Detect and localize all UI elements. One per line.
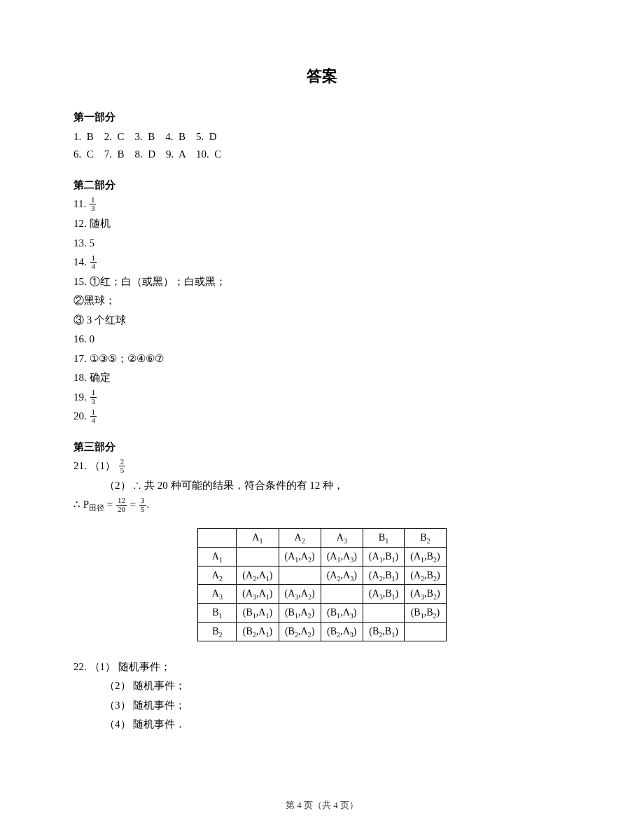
footer-prefix: 第 [286, 800, 297, 810]
part3-heading: 第三部分 [74, 438, 570, 457]
eq-prefix: ∴ P [74, 499, 89, 510]
fraction-icon: 1 3 [89, 196, 97, 213]
answer-19-num: 19. [74, 391, 90, 403]
combination-table: A1A2A3B1B2A1(A1,A2)(A1,A3)(A1,B1)(A1,B2)… [197, 528, 446, 641]
answer-14: 14. 1 4 [74, 253, 570, 272]
table-cell: (A3,B2) [405, 585, 446, 604]
table-cell: (A2,B2) [405, 566, 446, 585]
table-cell: (B1,A3) [321, 604, 363, 623]
table-header: B2 [405, 529, 446, 548]
table-cell: (B1,A1) [237, 604, 279, 623]
answer-15a: 15. ①红；白（或黑）；白或黑； [74, 273, 570, 291]
answer-15b: ②黑球； [74, 292, 570, 310]
table-cell [405, 623, 446, 641]
eq-subscript: 田径 [89, 503, 104, 512]
fraction-icon: 1220 [115, 496, 127, 513]
answer-14-num: 14. [74, 256, 90, 267]
table-cell [237, 547, 279, 566]
answer-11: 11. 1 3 [74, 195, 570, 214]
eq-mid2: = [127, 499, 139, 510]
table-cell [321, 585, 363, 604]
table-header [198, 529, 237, 548]
table-cell: (A2,B1) [363, 566, 404, 585]
table-header: A2 [279, 529, 321, 548]
eq-mid1: = [104, 499, 115, 510]
answer-18: 18. 确定 [74, 369, 570, 387]
answer-19: 19. 1 3 [74, 389, 570, 407]
table-cell: (A2,A1) [237, 566, 279, 585]
fraction-icon: 2 5 [118, 458, 127, 475]
table-cell: B2 [198, 623, 237, 641]
answer-16: 16. 0 [74, 331, 570, 349]
answer-21-1: 21. （1） 2 5 [74, 457, 570, 475]
page-footer: 第 4 页（共 4 页） [0, 798, 644, 813]
answer-22-4: （4） 随机事件． [104, 716, 570, 734]
part1-row1: 1. B 2. C 3. B 4. B 5. D [74, 128, 570, 146]
answer-17: 17. ①③⑤；②④⑥⑦ [74, 350, 570, 368]
table-row: B2(B2,A1)(B2,A2)(B2,A3)(B2,B1) [198, 623, 446, 641]
fraction-icon: 1 4 [90, 408, 98, 425]
table-cell: (A1,B2) [405, 547, 446, 566]
footer-suffix: 页） [338, 800, 358, 810]
table-row: B1(B1,A1)(B1,A2)(B1,A3)(B1,B2) [198, 604, 446, 623]
table-cell: A1 [198, 547, 237, 566]
table-header: A3 [321, 529, 363, 548]
footer-mid: 页（共 [302, 800, 334, 810]
table-cell: (B2,A3) [321, 623, 363, 641]
page-title: 答案 [74, 63, 570, 89]
part1-row2: 6. C 7. B 8. D 9. A 10. C [74, 146, 570, 164]
table-row: A2(A2,A1)(A2,A3)(A2,B1)(A2,B2) [198, 566, 446, 585]
answer-21-eq: ∴ P田径 = 1220 = 35. [74, 496, 570, 514]
answer-21-1-prefix: 21. （1） [74, 460, 118, 471]
table-cell [279, 566, 321, 585]
table-cell: (A1,B1) [363, 547, 404, 566]
table-cell: B1 [198, 604, 237, 623]
table-cell: (B2,B1) [363, 623, 404, 641]
answer-20-num: 20. [74, 410, 90, 422]
table-header: A1 [237, 529, 279, 548]
answer-20: 20. 1 4 [74, 408, 570, 426]
answer-12: 12. 随机 [74, 215, 570, 233]
answer-22-1: 22. （1） 随机事件； [74, 658, 570, 676]
answer-22-2: （2） 随机事件； [104, 677, 570, 695]
part1-heading: 第一部分 [74, 109, 570, 127]
table-cell: (B2,A2) [279, 623, 321, 641]
answer-21-2: （2） ∴ 共 20 种可能的结果，符合条件的有 12 种， [104, 477, 570, 495]
table-row: A3(A3,A1)(A3,A2)(A3,B1)(A3,B2) [198, 585, 446, 604]
answer-11-num: 11. [74, 198, 89, 209]
fraction-icon: 35 [139, 496, 147, 513]
table-cell: (A2,A3) [321, 566, 363, 585]
table-cell [363, 604, 404, 623]
answer-15c: ③ 3 个红球 [74, 312, 570, 330]
answer-13: 13. 5 [74, 235, 570, 253]
table-cell: (A3,A1) [237, 585, 279, 604]
fraction-icon: 1 3 [90, 389, 98, 405]
table-row: A1(A1,A2)(A1,A3)(A1,B1)(A1,B2) [198, 547, 446, 566]
table-header: B1 [363, 529, 404, 548]
table-cell: (A1,A2) [279, 547, 321, 566]
table-cell: (A3,A2) [279, 585, 321, 604]
answer-22-3: （3） 随机事件； [104, 697, 570, 715]
table-cell: (A3,B1) [363, 585, 404, 604]
table-cell: (B1,B2) [405, 604, 446, 623]
table-cell: (B1,A2) [279, 604, 321, 623]
part2-heading: 第二部分 [74, 176, 570, 195]
table-cell: A2 [198, 566, 237, 585]
table-cell: (A1,A3) [321, 547, 363, 566]
eq-end: . [147, 499, 150, 510]
table-cell: (B2,A1) [237, 623, 279, 641]
fraction-icon: 1 4 [90, 254, 98, 271]
combination-table-wrap: A1A2A3B1B2A1(A1,A2)(A1,A3)(A1,B1)(A1,B2)… [74, 528, 570, 641]
table-cell: A3 [198, 585, 237, 604]
